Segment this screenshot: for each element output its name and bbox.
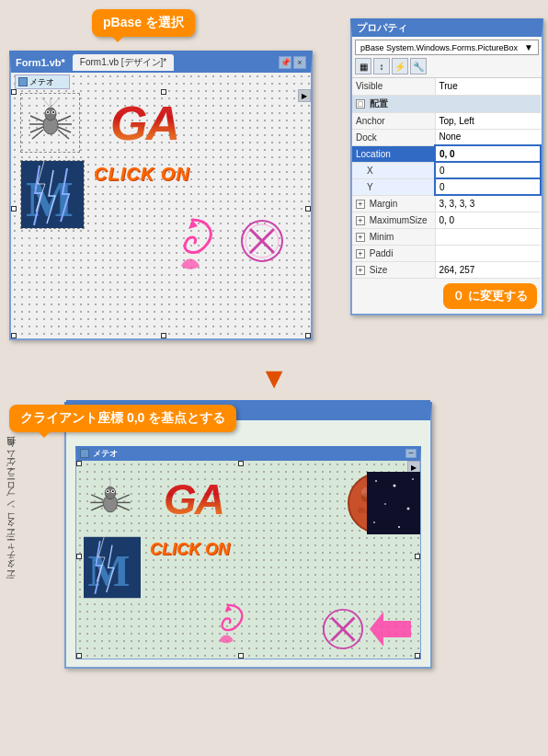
svg-point-27 — [107, 490, 108, 492]
padding-value[interactable] — [435, 245, 541, 261]
maxsize-label: + MaximumSize — [352, 212, 435, 228]
wrench-button[interactable]: 🔧 — [410, 58, 427, 74]
minsize-expand-icon[interactable]: + — [356, 233, 365, 242]
sel-handle-mr — [305, 206, 311, 212]
svg-line-6 — [30, 116, 43, 121]
visible-value[interactable]: True — [435, 78, 541, 95]
minsize-row: + Minim — [352, 228, 541, 245]
location-label: Location — [352, 145, 435, 162]
b-clickon-text: CLICK ON — [150, 540, 230, 559]
size-label-text: Size — [370, 265, 387, 275]
margin-expand-icon[interactable]: + — [356, 200, 365, 209]
x-value[interactable]: 0 — [435, 162, 541, 178]
svg-point-50 — [412, 478, 414, 480]
spider-image — [28, 97, 74, 148]
svg-line-34 — [118, 505, 130, 510]
zero-callout-text: ０ に変更する — [452, 289, 528, 303]
svg-line-10 — [58, 116, 71, 121]
b-lightning-image: M — [84, 536, 141, 599]
size-value[interactable]: 264, 257 — [435, 261, 541, 278]
b-lightning-component[interactable]: M — [84, 536, 141, 599]
anchor-value[interactable]: Top, Left — [435, 112, 541, 129]
maxsize-value[interactable]: 0, 0 — [435, 212, 541, 228]
bottom-form-window[interactable]: Form1.v メテオ ─ ▶ — [64, 402, 432, 669]
b-sel-handle-tl — [76, 461, 82, 466]
form-title1: Form1.vb* — [16, 57, 65, 68]
y-row: Y 0 — [352, 178, 541, 195]
b-pink-arrow-component[interactable] — [205, 601, 251, 647]
pink-arrow-image — [163, 215, 223, 275]
section-row: □ 配置 — [352, 95, 541, 112]
svg-point-51 — [384, 503, 386, 505]
close-button[interactable]: × — [293, 56, 306, 69]
dock-value[interactable]: None — [435, 129, 541, 145]
svg-point-48 — [375, 480, 377, 482]
event-button[interactable]: ⚡ — [392, 58, 408, 74]
sort-button[interactable]: ↕ — [373, 58, 390, 74]
clickon-component[interactable]: CLICK ON — [94, 160, 236, 188]
form-designer-window[interactable]: Form1.vb* Form1.vb [デザイン]* 📌 × メテオ — [9, 51, 313, 340]
section-collapse-icon[interactable]: □ — [356, 99, 365, 109]
svg-line-16 — [51, 97, 60, 108]
b-dark-square[interactable] — [367, 472, 420, 534]
b-x-symbol-component[interactable] — [321, 607, 365, 651]
b-spider-image — [87, 477, 133, 525]
sel-handle-tl — [11, 89, 17, 95]
props-table: Visible True □ 配置 Anchor Top, Left Dock … — [352, 78, 542, 279]
visible-row: Visible True — [352, 78, 541, 95]
zero-callout: ０ に変更する — [443, 283, 537, 309]
bottom-callout: クライアント座標 0,0 を基点とする — [9, 405, 236, 432]
props-toolbar: ▦ ↕ ⚡ 🔧 — [352, 55, 542, 78]
ga-component[interactable]: GA — [94, 93, 195, 153]
maxsize-expand-icon[interactable]: + — [356, 216, 365, 225]
b-ga-component[interactable]: GA — [150, 472, 237, 527]
anchor-row: Anchor Top, Left — [352, 112, 541, 129]
spider-component[interactable] — [20, 93, 80, 153]
dock-row: Dock None — [352, 129, 541, 145]
pink-arrow-component[interactable] — [163, 215, 223, 275]
grid-view-button[interactable]: ▦ — [355, 58, 371, 74]
b-spider-component[interactable] — [84, 475, 137, 528]
b-dark-square-image — [367, 472, 420, 534]
svg-line-31 — [91, 505, 103, 510]
b-sel-handle-bl — [76, 653, 82, 659]
padding-expand-icon[interactable]: + — [356, 249, 365, 258]
form-title-buttons: 📌 × — [279, 56, 306, 69]
top-section: pBase を選択 Form1.vb* Form1.vb [デザイン]* 📌 ×… — [0, 0, 548, 359]
x-symbol-image — [239, 218, 285, 264]
zero-callout-container: ０ に変更する — [352, 279, 542, 314]
svg-point-28 — [112, 490, 114, 492]
minsize-value[interactable] — [435, 228, 541, 245]
b-clickon-component[interactable]: CLICK ON — [150, 536, 279, 562]
lightning-component[interactable]: M — [20, 160, 85, 229]
b-sel-handle-br — [415, 653, 420, 659]
padding-row: + Paddi — [352, 245, 541, 261]
callout-pbase: pBase を選択 — [92, 9, 195, 37]
pin-button[interactable]: 📌 — [279, 56, 291, 69]
b-arrow-tail-component[interactable] — [365, 607, 416, 651]
props-title: プロパティ — [357, 21, 407, 35]
dropdown-icon: ▼ — [524, 42, 533, 52]
y-value[interactable]: 0 — [435, 178, 541, 195]
minsize-label: + Minim — [352, 228, 435, 245]
size-expand-icon[interactable]: + — [356, 266, 365, 275]
svg-line-29 — [91, 495, 103, 500]
scroll-indicator: ▶ — [298, 89, 311, 102]
b-x-symbol-image — [321, 607, 365, 651]
props-titlebar: プロパティ — [352, 18, 542, 37]
location-row[interactable]: Location 0, 0 — [352, 145, 541, 162]
props-object-selector[interactable]: pBase System.Windows.Forms.PictureBox ▼ — [355, 40, 539, 55]
lightning-image: M — [21, 161, 85, 229]
padding-label-text: Paddi — [370, 248, 394, 258]
margin-value[interactable]: 3, 3, 3, 3 — [435, 195, 541, 212]
form-titlebar: Form1.vb* Form1.vb [デザイン]* 📌 × — [11, 52, 311, 73]
form-tab-active[interactable]: Form1.vb [デザイン]* — [73, 54, 174, 71]
padding-label: + Paddi — [352, 245, 435, 261]
arrow-down: ▼ — [0, 363, 548, 393]
inner-meteo-window[interactable]: メテオ ─ ▶ — [75, 446, 421, 659]
location-value[interactable]: 0, 0 — [435, 145, 541, 162]
svg-point-1 — [45, 108, 56, 120]
x-symbol-component[interactable] — [236, 215, 287, 266]
bottom-callout-text: クライアント座標 0,0 を基点とする — [20, 410, 225, 425]
inner-minimize-button[interactable]: ─ — [405, 449, 417, 458]
